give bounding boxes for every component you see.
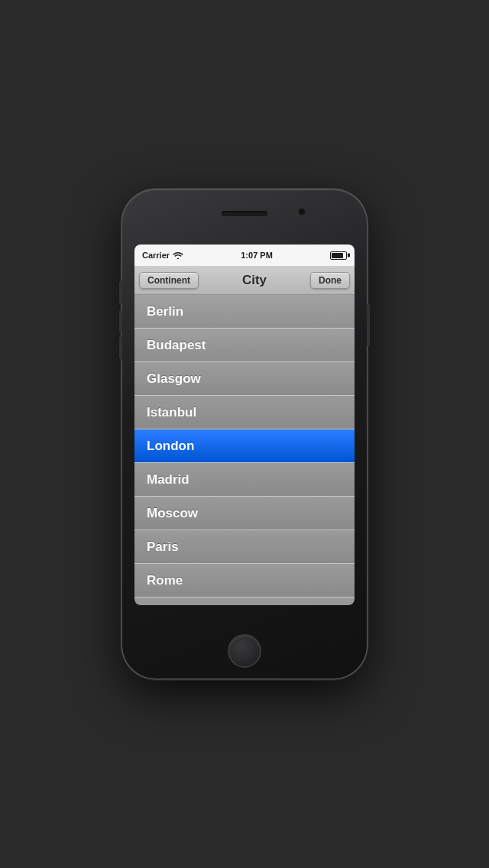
screen: Carrier 1:07 PM Continent City Done Berl… — [134, 245, 355, 605]
back-button[interactable]: Continent — [139, 272, 199, 289]
list-item-paris[interactable]: Paris — [134, 530, 355, 564]
list-item-london[interactable]: London — [134, 429, 355, 463]
list-item-berlin[interactable]: Berlin — [134, 295, 355, 329]
battery-icon — [330, 251, 347, 260]
done-button[interactable]: Done — [310, 272, 350, 289]
list-item-istanbul[interactable]: Istanbul — [134, 396, 355, 429]
list-item-budapest[interactable]: Budapest — [134, 329, 355, 362]
home-button[interactable] — [228, 634, 261, 668]
list-item-saint-petersburg[interactable]: Saint Petersburg — [134, 598, 355, 605]
list-item-moscow[interactable]: Moscow — [134, 497, 355, 530]
camera — [298, 208, 306, 215]
carrier-label: Carrier — [142, 251, 170, 260]
list-item-rome[interactable]: Rome — [134, 564, 355, 598]
nav-title: City — [242, 273, 267, 288]
list-item-madrid[interactable]: Madrid — [134, 463, 355, 497]
nav-bar: Continent City Done — [134, 266, 355, 295]
status-left: Carrier — [142, 251, 183, 260]
phone-shell: Carrier 1:07 PM Continent City Done Berl… — [122, 189, 367, 679]
list-item-glasgow[interactable]: Glasgow — [134, 362, 355, 396]
battery-fill — [332, 253, 343, 258]
speaker — [222, 211, 267, 216]
status-time: 1:07 PM — [241, 251, 273, 260]
status-bar: Carrier 1:07 PM — [134, 245, 355, 266]
wifi-icon — [173, 251, 183, 259]
city-list[interactable]: BerlinBudapestGlasgowIstanbulLondonMadri… — [134, 295, 355, 605]
